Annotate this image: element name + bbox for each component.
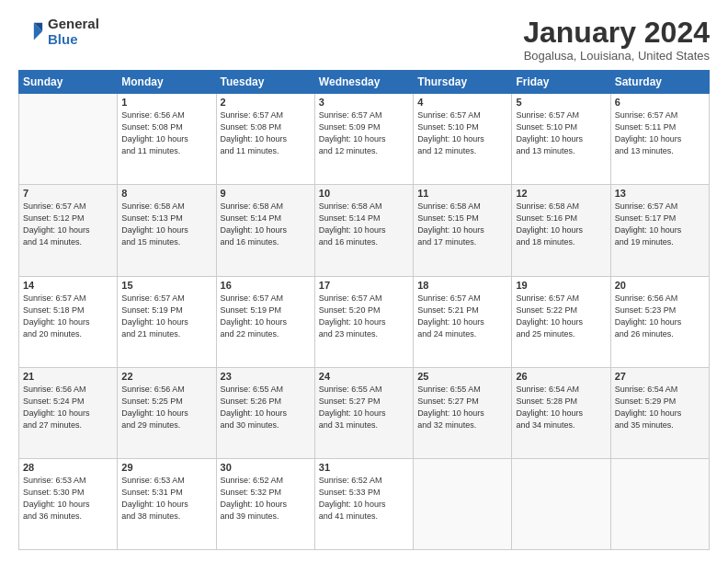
weekday-header-sunday: Sunday: [19, 71, 118, 94]
cell-info: Sunrise: 6:57 AM Sunset: 5:12 PM Dayligh…: [23, 201, 113, 248]
day-number: 7: [23, 188, 113, 199]
day-number: 13: [615, 188, 705, 199]
day-number: 21: [23, 371, 113, 382]
calendar-day-cell-3: 3Sunrise: 6:57 AM Sunset: 5:09 PM Daylig…: [314, 94, 413, 185]
calendar-day-cell-30: 30Sunrise: 6:52 AM Sunset: 5:32 PM Dayli…: [216, 458, 314, 549]
calendar-day-cell-20: 20Sunrise: 6:56 AM Sunset: 5:23 PM Dayli…: [610, 276, 709, 367]
calendar-week-row: 1Sunrise: 6:56 AM Sunset: 5:08 PM Daylig…: [19, 94, 710, 185]
day-number: 22: [121, 371, 211, 382]
calendar-day-cell-18: 18Sunrise: 6:57 AM Sunset: 5:21 PM Dayli…: [414, 276, 512, 367]
cell-info: Sunrise: 6:56 AM Sunset: 5:08 PM Dayligh…: [121, 109, 211, 157]
day-number: 9: [221, 188, 311, 199]
calendar-day-cell-28: 28Sunrise: 6:53 AM Sunset: 5:30 PM Dayli…: [19, 458, 118, 549]
cell-info: Sunrise: 6:57 AM Sunset: 5:22 PM Dayligh…: [516, 293, 606, 340]
month-title: January 2024: [523, 17, 710, 49]
title-area: January 2024 Bogalusa, Louisiana, United…: [523, 17, 710, 63]
cell-info: Sunrise: 6:58 AM Sunset: 5:14 PM Dayligh…: [221, 201, 311, 248]
calendar-day-cell-31: 31Sunrise: 6:52 AM Sunset: 5:33 PM Dayli…: [314, 458, 413, 549]
weekday-header-row: SundayMondayTuesdayWednesdayThursdayFrid…: [19, 71, 710, 94]
weekday-header-friday: Friday: [512, 71, 610, 94]
calendar-day-cell-8: 8Sunrise: 6:58 AM Sunset: 5:13 PM Daylig…: [118, 185, 216, 276]
calendar-day-cell-19: 19Sunrise: 6:57 AM Sunset: 5:22 PM Dayli…: [512, 276, 610, 367]
calendar-day-cell-22: 22Sunrise: 6:56 AM Sunset: 5:25 PM Dayli…: [118, 367, 216, 458]
calendar-day-cell-15: 15Sunrise: 6:57 AM Sunset: 5:19 PM Dayli…: [118, 276, 216, 367]
day-number: 28: [23, 462, 113, 473]
cell-info: Sunrise: 6:54 AM Sunset: 5:29 PM Dayligh…: [615, 384, 705, 431]
day-number: 5: [516, 97, 606, 108]
calendar-day-cell-7: 7Sunrise: 6:57 AM Sunset: 5:12 PM Daylig…: [19, 185, 118, 276]
day-number: 2: [221, 97, 311, 108]
day-number: 3: [319, 97, 409, 108]
calendar-day-cell-27: 27Sunrise: 6:54 AM Sunset: 5:29 PM Dayli…: [610, 367, 709, 458]
day-number: 23: [221, 371, 311, 382]
logo-icon: [18, 19, 44, 45]
day-number: 31: [319, 462, 409, 473]
cell-info: Sunrise: 6:57 AM Sunset: 5:10 PM Dayligh…: [516, 109, 606, 157]
calendar-empty-cell: [19, 94, 118, 185]
cell-info: Sunrise: 6:57 AM Sunset: 5:20 PM Dayligh…: [319, 293, 409, 340]
cell-info: Sunrise: 6:53 AM Sunset: 5:30 PM Dayligh…: [23, 475, 113, 523]
cell-info: Sunrise: 6:54 AM Sunset: 5:28 PM Dayligh…: [516, 384, 606, 431]
weekday-header-wednesday: Wednesday: [314, 71, 413, 94]
logo-blue: Blue: [48, 32, 99, 48]
calendar-day-cell-9: 9Sunrise: 6:58 AM Sunset: 5:14 PM Daylig…: [216, 185, 314, 276]
cell-info: Sunrise: 6:52 AM Sunset: 5:33 PM Dayligh…: [319, 475, 409, 523]
cell-info: Sunrise: 6:57 AM Sunset: 5:19 PM Dayligh…: [221, 293, 311, 340]
calendar-day-cell-25: 25Sunrise: 6:55 AM Sunset: 5:27 PM Dayli…: [414, 367, 512, 458]
location: Bogalusa, Louisiana, United States: [523, 49, 710, 63]
header: General Blue January 2024 Bogalusa, Loui…: [18, 17, 710, 63]
calendar-day-cell-2: 2Sunrise: 6:57 AM Sunset: 5:08 PM Daylig…: [216, 94, 314, 185]
cell-info: Sunrise: 6:58 AM Sunset: 5:14 PM Dayligh…: [319, 201, 409, 248]
calendar-week-row: 28Sunrise: 6:53 AM Sunset: 5:30 PM Dayli…: [19, 458, 710, 549]
calendar-day-cell-26: 26Sunrise: 6:54 AM Sunset: 5:28 PM Dayli…: [512, 367, 610, 458]
day-number: 16: [221, 280, 311, 291]
day-number: 24: [319, 371, 409, 382]
day-number: 4: [417, 97, 507, 108]
day-number: 30: [221, 462, 311, 473]
calendar-day-cell-6: 6Sunrise: 6:57 AM Sunset: 5:11 PM Daylig…: [610, 94, 709, 185]
day-number: 14: [23, 280, 113, 291]
page: General Blue January 2024 Bogalusa, Loui…: [0, 0, 728, 563]
calendar-week-row: 21Sunrise: 6:56 AM Sunset: 5:24 PM Dayli…: [19, 367, 710, 458]
day-number: 10: [319, 188, 409, 199]
cell-info: Sunrise: 6:58 AM Sunset: 5:13 PM Dayligh…: [121, 201, 211, 248]
day-number: 25: [417, 371, 507, 382]
day-number: 8: [121, 188, 211, 199]
weekday-header-thursday: Thursday: [414, 71, 512, 94]
cell-info: Sunrise: 6:56 AM Sunset: 5:25 PM Dayligh…: [121, 384, 211, 431]
logo-text: General Blue: [48, 17, 99, 47]
calendar-day-cell-10: 10Sunrise: 6:58 AM Sunset: 5:14 PM Dayli…: [314, 185, 413, 276]
cell-info: Sunrise: 6:53 AM Sunset: 5:31 PM Dayligh…: [121, 475, 211, 523]
calendar-day-cell-29: 29Sunrise: 6:53 AM Sunset: 5:31 PM Dayli…: [118, 458, 216, 549]
calendar-day-cell-11: 11Sunrise: 6:58 AM Sunset: 5:15 PM Dayli…: [414, 185, 512, 276]
calendar-day-cell-12: 12Sunrise: 6:58 AM Sunset: 5:16 PM Dayli…: [512, 185, 610, 276]
cell-info: Sunrise: 6:57 AM Sunset: 5:11 PM Dayligh…: [615, 109, 705, 157]
day-number: 18: [417, 280, 507, 291]
calendar-empty-cell: [512, 458, 610, 549]
cell-info: Sunrise: 6:55 AM Sunset: 5:27 PM Dayligh…: [319, 384, 409, 431]
calendar-empty-cell: [610, 458, 709, 549]
calendar-week-row: 7Sunrise: 6:57 AM Sunset: 5:12 PM Daylig…: [19, 185, 710, 276]
weekday-header-saturday: Saturday: [610, 71, 709, 94]
day-number: 19: [516, 280, 606, 291]
cell-info: Sunrise: 6:56 AM Sunset: 5:23 PM Dayligh…: [615, 293, 705, 340]
calendar-day-cell-4: 4Sunrise: 6:57 AM Sunset: 5:10 PM Daylig…: [414, 94, 512, 185]
cell-info: Sunrise: 6:55 AM Sunset: 5:27 PM Dayligh…: [417, 384, 507, 431]
day-number: 27: [615, 371, 705, 382]
calendar-empty-cell: [414, 458, 512, 549]
day-number: 29: [121, 462, 211, 473]
cell-info: Sunrise: 6:57 AM Sunset: 5:19 PM Dayligh…: [121, 293, 211, 340]
calendar-day-cell-5: 5Sunrise: 6:57 AM Sunset: 5:10 PM Daylig…: [512, 94, 610, 185]
day-number: 12: [516, 188, 606, 199]
weekday-header-monday: Monday: [118, 71, 216, 94]
calendar-day-cell-14: 14Sunrise: 6:57 AM Sunset: 5:18 PM Dayli…: [19, 276, 118, 367]
day-number: 17: [319, 280, 409, 291]
day-number: 1: [121, 97, 211, 108]
cell-info: Sunrise: 6:55 AM Sunset: 5:26 PM Dayligh…: [221, 384, 311, 431]
calendar-day-cell-1: 1Sunrise: 6:56 AM Sunset: 5:08 PM Daylig…: [118, 94, 216, 185]
cell-info: Sunrise: 6:57 AM Sunset: 5:21 PM Dayligh…: [417, 293, 507, 340]
cell-info: Sunrise: 6:56 AM Sunset: 5:24 PM Dayligh…: [23, 384, 113, 431]
cell-info: Sunrise: 6:52 AM Sunset: 5:32 PM Dayligh…: [221, 475, 311, 523]
calendar-week-row: 14Sunrise: 6:57 AM Sunset: 5:18 PM Dayli…: [19, 276, 710, 367]
day-number: 6: [615, 97, 705, 108]
